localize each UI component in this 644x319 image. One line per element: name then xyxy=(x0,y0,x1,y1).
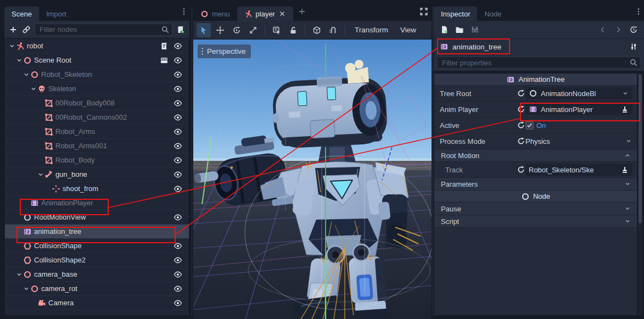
perspective-menu[interactable]: Perspective xyxy=(198,44,251,58)
tree-node-Robot_Body[interactable]: Robot_Body xyxy=(5,153,189,167)
eye-icon[interactable] xyxy=(173,256,182,265)
script-icon[interactable] xyxy=(160,42,169,51)
left-splitter[interactable] xyxy=(192,7,192,316)
new-resource-button[interactable] xyxy=(439,25,449,35)
tree-node-camera_rot[interactable]: camera_rot xyxy=(5,282,189,296)
rotate-tool-button[interactable] xyxy=(229,23,244,37)
history-forward-icon[interactable] xyxy=(613,25,623,35)
revert-icon[interactable] xyxy=(517,89,525,98)
add-node-button[interactable] xyxy=(8,25,18,35)
edit-value-icon[interactable] xyxy=(620,105,629,114)
save-resource-button[interactable] xyxy=(470,25,480,35)
inspector-scrollbar[interactable] xyxy=(638,73,642,316)
eye-icon[interactable] xyxy=(173,170,182,179)
new-scene-tab-button[interactable] xyxy=(296,7,307,16)
eye-icon[interactable] xyxy=(173,156,182,165)
tree-node-Robot_Arms[interactable]: Robot_Arms xyxy=(5,125,189,139)
eye-icon[interactable] xyxy=(173,99,182,108)
tree-node-Camera[interactable]: Camera xyxy=(5,296,189,310)
tab-player-scene[interactable]: player xyxy=(237,7,293,21)
tab-inspector[interactable]: Inspector xyxy=(434,7,477,21)
tree-node-00Robot_Cannons002[interactable]: 00Robot_Cannons002 xyxy=(5,110,189,125)
section-parameters[interactable]: Parameters xyxy=(434,178,637,191)
extra-tools-icon[interactable] xyxy=(629,42,639,52)
tree-node-camera_base[interactable]: camera_base xyxy=(5,267,189,282)
section-root-motion[interactable]: Root Motion xyxy=(434,149,637,162)
eye-icon[interactable] xyxy=(173,242,182,250)
tree-node-Robot_Skeleton[interactable]: Robot_Skeleton xyxy=(5,68,189,82)
property-value[interactable]: AnimationPlayer xyxy=(525,103,632,115)
eye-icon[interactable] xyxy=(173,184,182,193)
eye-icon[interactable] xyxy=(173,299,182,307)
instance-scene-button[interactable] xyxy=(21,25,31,35)
property-value[interactable]: On xyxy=(525,121,637,130)
cube-tool-icon xyxy=(312,26,321,35)
select-tool-button[interactable] xyxy=(197,23,211,37)
tab-import[interactable]: Import xyxy=(39,7,74,21)
move-tool-button[interactable] xyxy=(213,23,227,37)
active-checkbox[interactable] xyxy=(525,121,534,130)
tab-node[interactable]: Node xyxy=(477,7,508,21)
tree-node-AnimationPlayer[interactable]: AnimationPlayer xyxy=(5,196,189,210)
tree-node-label: 00Robot_Body008 xyxy=(55,99,115,107)
eye-icon[interactable] xyxy=(173,270,182,279)
section-script[interactable]: Script xyxy=(434,215,637,228)
eye-icon[interactable] xyxy=(173,113,182,122)
toolbar-separator xyxy=(305,25,305,35)
revert-icon[interactable] xyxy=(517,105,525,114)
scale-tool-button[interactable] xyxy=(246,23,260,37)
history-back-icon[interactable] xyxy=(598,25,608,35)
scrollbar-thumb[interactable] xyxy=(639,74,642,223)
list-select-tool-button[interactable] xyxy=(270,23,284,37)
tab-scene[interactable]: Scene xyxy=(4,7,39,21)
tree-node-Skeleton[interactable]: Skeleton xyxy=(5,82,189,96)
load-resource-button[interactable] xyxy=(455,25,464,35)
cube-tool-button[interactable] xyxy=(310,23,324,37)
eye-icon[interactable] xyxy=(173,213,182,222)
transform-menu[interactable]: Transform xyxy=(350,26,393,34)
toolbar-separator xyxy=(345,25,345,35)
collapse-arrow-icon xyxy=(23,285,30,293)
3d-viewport[interactable]: Perspective xyxy=(193,40,432,319)
view-menu[interactable]: View xyxy=(395,26,421,34)
right-splitter[interactable] xyxy=(433,7,433,316)
eye-icon[interactable] xyxy=(173,284,182,293)
eye-icon[interactable] xyxy=(173,42,182,51)
tab-menu-scene[interactable]: menu xyxy=(193,7,237,21)
tree-node-robot[interactable]: robot xyxy=(5,39,189,53)
tree-node-Scene Root[interactable]: Scene Root xyxy=(5,53,189,68)
eye-icon[interactable] xyxy=(173,85,182,93)
eye-icon[interactable] xyxy=(173,70,182,79)
eye-icon[interactable] xyxy=(173,56,182,65)
attach-script-button[interactable] xyxy=(176,25,186,35)
edit-value-icon[interactable] xyxy=(620,165,629,174)
filter-properties-input[interactable] xyxy=(437,57,641,69)
tree-node-CollisionShape2[interactable]: CollisionShape2 xyxy=(5,253,189,267)
eye-icon[interactable] xyxy=(173,127,182,136)
tree-node-animation_tree[interactable]: animation_tree xyxy=(5,225,189,239)
filter-nodes-input[interactable] xyxy=(35,24,172,36)
snap-tool-button[interactable] xyxy=(326,23,340,37)
lock-open-tool-button[interactable] xyxy=(286,23,300,37)
eye-icon[interactable] xyxy=(173,142,182,150)
revert-icon[interactable] xyxy=(517,121,525,130)
section-pause[interactable]: Pause xyxy=(434,203,637,215)
revert-icon[interactable] xyxy=(517,165,525,174)
distraction-free-icon[interactable] xyxy=(418,7,429,16)
property-value[interactable]: Robot_Skeleton/Ske xyxy=(525,164,632,176)
object-history-icon[interactable] xyxy=(629,25,639,35)
property-value[interactable]: Physics xyxy=(525,137,637,145)
tree-node-00Robot_Body008[interactable]: 00Robot_Body008 xyxy=(5,96,189,110)
close-tab-icon[interactable] xyxy=(278,10,286,18)
clapper-icon[interactable] xyxy=(160,56,169,65)
property-value[interactable]: AnimationNodeBl xyxy=(525,87,632,99)
tree-node-Robot_Arms001[interactable]: Robot_Arms001 xyxy=(5,139,189,153)
tree-node-RootMotionView[interactable]: RootMotionView xyxy=(5,210,189,225)
scene-dock-menu-icon[interactable] xyxy=(178,7,189,16)
inspector-dock-menu-icon[interactable] xyxy=(633,7,644,16)
collapse-arrow-icon xyxy=(37,171,44,178)
tree-node-CollisionShape[interactable]: CollisionShape xyxy=(5,239,189,253)
revert-icon[interactable] xyxy=(517,137,525,145)
tree-node-shoot_from[interactable]: shoot_from xyxy=(5,182,189,196)
tree-node-gun_bone[interactable]: gun_bone xyxy=(5,167,189,182)
